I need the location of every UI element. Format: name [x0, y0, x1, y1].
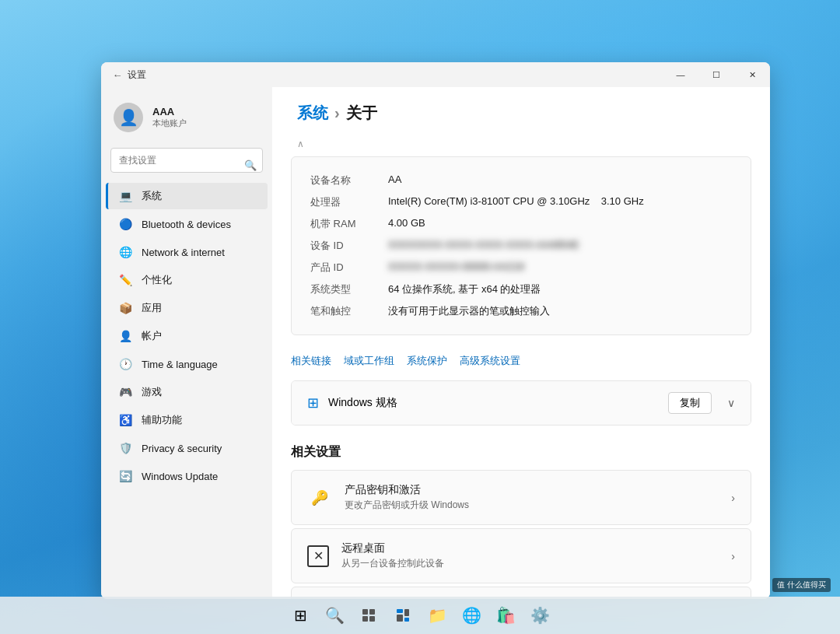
nav-label-accessibility: 辅助功能 — [142, 413, 182, 427]
window-body: 👤 AAA 本地账户 🔍 💻 系统 🔵 Bluetooth & devices — [101, 87, 770, 599]
nav-label-system: 系统 — [142, 189, 162, 203]
value-device-name: AA — [388, 173, 401, 187]
remote-desktop-title: 远程桌面 — [341, 541, 719, 555]
svg-rect-3 — [369, 616, 375, 622]
value-device-id: XXXXXXXX-XXXX-XXXX-XXXX-AA4954E — [388, 239, 579, 253]
nav-bluetooth[interactable]: 🔵 Bluetooth & devices — [106, 211, 268, 237]
value-pen-touch: 没有可用于此显示器的笔或触控输入 — [388, 304, 550, 318]
taskbar-edge[interactable]: 🌐 — [456, 600, 487, 631]
label-product-id: 产品 ID — [310, 261, 388, 275]
info-row-device-id: 设备 ID XXXXXXXX-XXXX-XXXX-XXXX-AA4954E — [310, 235, 732, 257]
user-profile[interactable]: 👤 AAA 本地账户 — [101, 93, 272, 145]
user-info: AAA 本地账户 — [152, 106, 187, 129]
window-title: 设置 — [128, 68, 146, 82]
avatar: 👤 — [114, 103, 143, 132]
setting-item-text-product-key: 产品密钥和激活 更改产品密钥或升级 Windows — [345, 483, 719, 512]
nav-personalization[interactable]: ✏️ 个性化 — [106, 267, 268, 293]
minimize-button[interactable]: — — [663, 62, 698, 87]
nav-accounts[interactable]: 👤 帐户 — [106, 323, 268, 349]
link-domain[interactable]: 域或工作组 — [344, 354, 394, 368]
link-system-protection[interactable]: 系统保护 — [407, 354, 447, 368]
setting-item-product-key[interactable]: 🔑 产品密钥和激活 更改产品密钥或升级 Windows › — [291, 470, 751, 525]
product-key-desc: 更改产品密钥或升级 Windows — [345, 499, 719, 512]
avatar-icon: 👤 — [119, 108, 138, 127]
taskbar-search[interactable]: 🔍 — [319, 600, 350, 631]
label-ram: 机带 RAM — [310, 217, 388, 231]
setting-item-text-remote: 远程桌面 从另一台设备控制此设备 — [341, 541, 719, 570]
link-related[interactable]: 相关链接 — [291, 354, 331, 368]
nav-label-time: Time & language — [142, 359, 218, 370]
svg-rect-1 — [369, 609, 375, 615]
privacy-icon: 🛡️ — [118, 441, 132, 455]
close-button[interactable]: ✕ — [734, 62, 770, 87]
bluetooth-icon: 🔵 — [118, 217, 132, 231]
breadcrumb-current: 关于 — [346, 103, 377, 124]
taskbar-taskview[interactable] — [353, 600, 384, 631]
link-advanced-settings[interactable]: 高级系统设置 — [460, 354, 520, 368]
search-input[interactable] — [110, 148, 263, 173]
nav-label-apps: 应用 — [142, 301, 162, 315]
nav-label-bluetooth: Bluetooth & devices — [142, 219, 231, 230]
related-settings-title: 相关设置 — [272, 432, 770, 467]
info-row-product-id: 产品 ID XXXXX-XXXXX-00000-AA218 — [310, 257, 732, 278]
arrow-icon-product-key: › — [731, 492, 735, 504]
breadcrumb: 系统 › 关于 — [297, 103, 377, 124]
links-row: 相关链接 域或工作组 系统保护 高级系统设置 — [291, 354, 751, 368]
sidebar: 👤 AAA 本地账户 🔍 💻 系统 🔵 Bluetooth & devices — [101, 87, 272, 599]
svg-rect-5 — [397, 615, 403, 622]
taskbar-start[interactable]: ⊞ — [285, 600, 316, 631]
windows-spec-header[interactable]: ⊞ Windows 规格 复制 ∨ — [292, 381, 751, 425]
svg-rect-4 — [397, 609, 403, 613]
nav-update[interactable]: 🔄 Windows Update — [106, 463, 268, 489]
taskbar-store[interactable]: 🛍️ — [490, 600, 521, 631]
windows-spec-section: ⊞ Windows 规格 复制 ∨ — [291, 380, 751, 426]
value-product-id: XXXXX-XXXXX-00000-AA218 — [388, 261, 524, 275]
label-device-id: 设备 ID — [310, 239, 388, 253]
nav-time[interactable]: 🕐 Time & language — [106, 351, 268, 377]
maximize-button[interactable]: ☐ — [698, 62, 734, 87]
device-info-card: 设备名称 AA 处理器 Intel(R) Core(TM) i3-8100T C… — [291, 156, 751, 335]
time-icon: 🕐 — [118, 357, 132, 371]
svg-rect-0 — [362, 609, 368, 615]
info-row-pen-touch: 笔和触控 没有可用于此显示器的笔或触控输入 — [310, 300, 732, 322]
nav-label-gaming: 游戏 — [142, 385, 162, 399]
system-icon: 💻 — [118, 189, 132, 203]
copy-button[interactable]: 复制 — [668, 392, 712, 414]
nav-label-privacy: Privacy & security — [142, 443, 222, 454]
nav-system[interactable]: 💻 系统 — [106, 183, 268, 209]
value-ram: 4.00 GB — [388, 217, 425, 231]
info-row-name: 设备名称 AA — [310, 170, 732, 191]
nav-gaming[interactable]: 🎮 游戏 — [106, 379, 268, 405]
svg-rect-7 — [404, 618, 409, 622]
nav-accessibility[interactable]: ♿ 辅助功能 — [106, 407, 268, 433]
gaming-icon: 🎮 — [118, 385, 132, 399]
label-pen-touch: 笔和触控 — [310, 304, 388, 318]
personalization-icon: ✏️ — [118, 273, 132, 287]
nav-network[interactable]: 🌐 Network & internet — [106, 239, 268, 265]
taskbar-explorer[interactable]: 📁 — [422, 600, 453, 631]
breadcrumb-separator: › — [334, 104, 340, 122]
user-name: AAA — [152, 106, 187, 117]
label-system-type: 系统类型 — [310, 282, 388, 296]
remote-desktop-icon: ✕ — [307, 545, 329, 567]
scroll-hint: ∧ — [272, 136, 770, 150]
back-icon[interactable]: ← — [110, 68, 124, 82]
nav-apps[interactable]: 📦 应用 — [106, 295, 268, 321]
nav-label-network: Network & internet — [142, 247, 225, 258]
window-controls: — ☐ ✕ — [663, 62, 770, 87]
value-cpu: Intel(R) Core(TM) i3-8100T CPU @ 3.10GHz… — [388, 195, 644, 209]
setting-item-remote-desktop[interactable]: ✕ 远程桌面 从另一台设备控制此设备 › — [291, 528, 751, 583]
nav-label-update: Windows Update — [142, 471, 218, 482]
breadcrumb-parent[interactable]: 系统 — [297, 103, 328, 124]
taskbar-settings[interactable]: ⚙️ — [524, 600, 555, 631]
label-cpu: 处理器 — [310, 195, 388, 209]
nav-privacy[interactable]: 🛡️ Privacy & security — [106, 435, 268, 461]
info-row-system-type: 系统类型 64 位操作系统, 基于 x64 的处理器 — [310, 278, 732, 300]
remote-desktop-desc: 从另一台设备控制此设备 — [341, 557, 719, 570]
taskbar-widgets[interactable] — [387, 600, 418, 631]
page-header: 系统 › 关于 — [272, 87, 770, 136]
accessibility-icon: ♿ — [118, 413, 132, 427]
svg-rect-6 — [404, 609, 409, 616]
update-icon: 🔄 — [118, 469, 132, 483]
apps-icon: 📦 — [118, 301, 132, 315]
